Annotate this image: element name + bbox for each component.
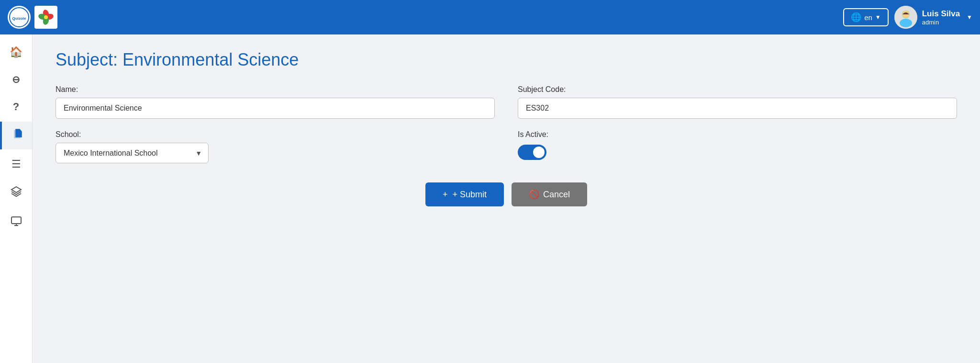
user-info: Luis Silva admin bbox=[922, 9, 960, 26]
layers-icon bbox=[11, 186, 22, 200]
user-menu[interactable]: Luis Silva admin ▼ bbox=[894, 6, 972, 29]
subject-code-input[interactable] bbox=[518, 98, 957, 119]
navbar-right: 🌐 en ▼ Luis Silva admin ▼ bbox=[843, 6, 972, 29]
toggle-wrapper bbox=[518, 145, 957, 160]
cancel-icon: 🚫 bbox=[529, 189, 539, 200]
school-label: School: bbox=[56, 130, 495, 139]
is-active-field-group: Is Active: bbox=[518, 130, 957, 163]
submit-button[interactable]: + + Submit bbox=[425, 182, 504, 206]
monitor-icon bbox=[11, 216, 22, 230]
ring-icon: ⊖ bbox=[12, 74, 20, 85]
sidebar-item-layers[interactable] bbox=[0, 179, 32, 207]
main-content: Subject: Environmental Science Name: Sub… bbox=[33, 34, 980, 363]
sidebar: 🏠 ⊖ ? ☰ bbox=[0, 34, 33, 363]
cancel-button[interactable]: 🚫 Cancel bbox=[512, 182, 587, 206]
language-label: en bbox=[864, 13, 872, 22]
name-input[interactable] bbox=[56, 98, 495, 119]
sidebar-item-menu[interactable]: ☰ bbox=[0, 151, 32, 177]
is-active-toggle[interactable] bbox=[518, 145, 546, 160]
svg-text:Quizole: Quizole bbox=[12, 16, 26, 21]
quizole-logo: Quizole bbox=[8, 6, 31, 29]
help-icon: ? bbox=[13, 101, 19, 113]
chevron-down-icon: ▼ bbox=[875, 14, 881, 21]
form-actions: + + Submit 🚫 Cancel bbox=[56, 182, 957, 206]
school-select-wrapper: Mexico International School ▼ bbox=[56, 143, 209, 163]
page-title: Subject: Environmental Science bbox=[56, 50, 957, 70]
subjects-icon bbox=[11, 128, 23, 143]
svg-marker-15 bbox=[11, 187, 21, 193]
submit-label: + Submit bbox=[452, 190, 487, 200]
navbar-left: Quizole bbox=[8, 6, 57, 29]
school-field-group: School: Mexico International School ▼ bbox=[56, 130, 495, 163]
school-select[interactable]: Mexico International School bbox=[56, 143, 209, 163]
navbar: Quizole 🌐 en ▼ bbox=[0, 0, 980, 34]
form-grid: Name: Subject Code: School: Mexico Inter… bbox=[56, 85, 957, 163]
plus-icon: + bbox=[443, 190, 448, 200]
user-name: Luis Silva bbox=[922, 9, 960, 19]
home-icon: 🏠 bbox=[10, 46, 22, 58]
subject-code-field-group: Subject Code: bbox=[518, 85, 957, 119]
main-layout: 🏠 ⊖ ? ☰ bbox=[0, 34, 980, 363]
school-logo bbox=[34, 6, 57, 29]
menu-icon: ☰ bbox=[11, 158, 21, 170]
avatar bbox=[894, 6, 917, 29]
sidebar-item-help[interactable]: ? bbox=[0, 94, 32, 120]
name-field-group: Name: bbox=[56, 85, 495, 119]
sidebar-item-subjects[interactable] bbox=[0, 122, 32, 149]
language-selector[interactable]: 🌐 en ▼ bbox=[843, 8, 889, 26]
name-label: Name: bbox=[56, 85, 495, 94]
svg-rect-16 bbox=[11, 217, 21, 224]
sidebar-item-home[interactable]: 🏠 bbox=[0, 39, 32, 65]
sidebar-item-ring[interactable]: ⊖ bbox=[0, 67, 32, 92]
subject-code-label: Subject Code: bbox=[518, 85, 957, 94]
user-role: admin bbox=[922, 19, 960, 26]
cancel-label: Cancel bbox=[543, 190, 570, 200]
svg-point-11 bbox=[900, 19, 912, 27]
toggle-knob bbox=[533, 147, 545, 158]
is-active-label: Is Active: bbox=[518, 130, 957, 139]
svg-marker-14 bbox=[16, 129, 22, 137]
sidebar-item-monitor[interactable] bbox=[0, 209, 32, 237]
svg-point-8 bbox=[44, 15, 48, 19]
globe-icon: 🌐 bbox=[851, 12, 861, 23]
user-caret-icon: ▼ bbox=[967, 14, 972, 21]
